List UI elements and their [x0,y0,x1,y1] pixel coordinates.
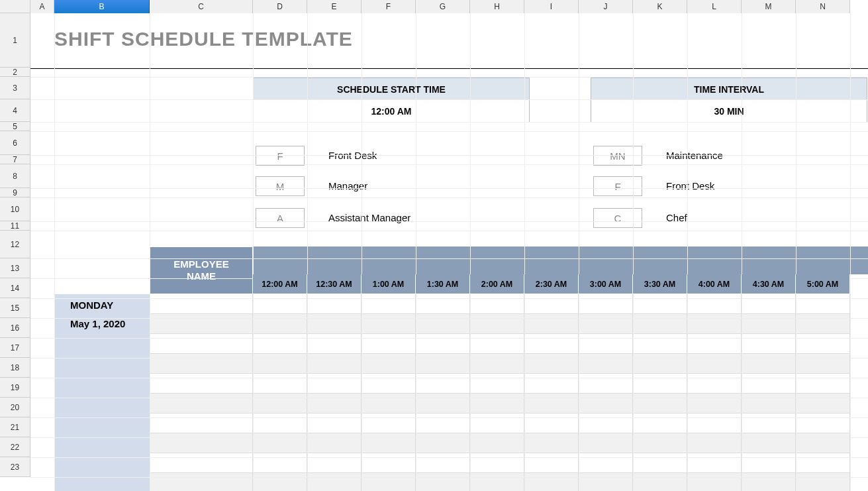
row-header[interactable]: 13 [0,258,30,278]
schedule-cell[interactable] [470,394,524,413]
legend-code[interactable]: C [593,208,642,228]
legend-code[interactable]: MN [593,146,642,166]
schedule-cell[interactable] [524,413,579,433]
schedule-cell[interactable] [687,453,742,473]
row-header[interactable]: 15 [0,298,30,318]
column-header[interactable]: B [54,0,150,13]
schedule-cell[interactable] [253,334,307,354]
schedule-cell[interactable] [796,374,850,394]
schedule-cell[interactable] [307,334,362,354]
column-header[interactable]: L [687,0,742,13]
schedule-cell[interactable] [253,394,307,413]
column-header[interactable]: H [470,0,524,13]
schedule-cell[interactable] [307,394,362,413]
schedule-cell[interactable] [253,473,307,491]
schedule-cell[interactable] [796,394,850,413]
column-header[interactable]: K [633,0,687,13]
schedule-start-value[interactable]: 12:00 AM [253,100,530,123]
schedule-cell[interactable] [307,314,362,334]
schedule-cell[interactable] [579,473,633,491]
schedule-cell[interactable] [633,453,687,473]
time-interval-value[interactable]: 30 MIN [591,100,867,123]
row-header[interactable]: 20 [0,398,30,417]
schedule-cell[interactable] [796,294,850,314]
schedule-cell[interactable] [470,314,524,334]
schedule-cell[interactable] [416,294,470,314]
column-header[interactable]: A [30,0,54,13]
legend-code[interactable]: A [256,208,305,228]
schedule-cell[interactable] [416,413,470,433]
row-header[interactable]: 6 [0,131,30,155]
column-header[interactable]: N [796,0,850,13]
schedule-cell[interactable] [470,374,524,394]
schedule-cell[interactable] [742,294,796,314]
row-header[interactable]: 12 [0,231,30,258]
schedule-cell[interactable] [416,354,470,374]
schedule-cell[interactable] [687,334,742,354]
schedule-cell[interactable] [742,354,796,374]
schedule-cell[interactable] [579,294,633,314]
row-header[interactable]: 2 [0,68,30,77]
legend-code[interactable]: F [256,146,305,166]
schedule-cell[interactable] [416,394,470,413]
employee-name-cell[interactable] [150,314,253,334]
schedule-cell[interactable] [307,374,362,394]
schedule-cell[interactable] [796,314,850,334]
schedule-cell[interactable] [579,394,633,413]
schedule-cell[interactable] [742,374,796,394]
column-header[interactable]: M [742,0,796,13]
schedule-cell[interactable] [416,453,470,473]
schedule-cell[interactable] [633,374,687,394]
schedule-cell[interactable] [687,314,742,334]
row-header[interactable]: 5 [0,122,30,131]
employee-name-cell[interactable] [150,374,253,394]
schedule-cell[interactable] [579,433,633,453]
schedule-cell[interactable] [524,314,579,334]
schedule-cell[interactable] [687,354,742,374]
schedule-cell[interactable] [579,453,633,473]
schedule-cell[interactable] [416,334,470,354]
schedule-cell[interactable] [362,294,416,314]
schedule-cell[interactable] [687,374,742,394]
schedule-cell[interactable] [524,453,579,473]
schedule-cell[interactable] [307,433,362,453]
schedule-cell[interactable] [253,354,307,374]
schedule-cell[interactable] [362,394,416,413]
schedule-cell[interactable] [307,413,362,433]
row-header[interactable]: 19 [0,378,30,398]
row-header[interactable]: 8 [0,164,30,188]
schedule-cell[interactable] [796,354,850,374]
schedule-cell[interactable] [362,354,416,374]
schedule-cell[interactable] [687,473,742,491]
schedule-cell[interactable] [633,394,687,413]
schedule-cell[interactable] [633,354,687,374]
schedule-cell[interactable] [362,374,416,394]
schedule-cell[interactable] [253,413,307,433]
schedule-cell[interactable] [470,433,524,453]
column-header[interactable]: C [150,0,253,13]
schedule-cell[interactable] [524,374,579,394]
column-header[interactable]: D [253,0,307,13]
schedule-cell[interactable] [470,453,524,473]
schedule-cell[interactable] [579,354,633,374]
schedule-cell[interactable] [470,334,524,354]
row-header[interactable]: 23 [0,457,30,477]
schedule-cell[interactable] [742,334,796,354]
schedule-cell[interactable] [687,413,742,433]
schedule-cell[interactable] [796,433,850,453]
row-header[interactable]: 11 [0,221,30,231]
employee-name-cell[interactable] [150,354,253,374]
schedule-cell[interactable] [742,394,796,413]
schedule-cell[interactable] [524,294,579,314]
schedule-cell[interactable] [253,453,307,473]
employee-name-cell[interactable] [150,453,253,473]
schedule-cell[interactable] [796,473,850,491]
schedule-cell[interactable] [579,374,633,394]
schedule-cell[interactable] [253,374,307,394]
legend-code[interactable]: M [256,176,305,196]
schedule-cell[interactable] [524,473,579,491]
schedule-cell[interactable] [579,413,633,433]
schedule-cell[interactable] [633,294,687,314]
row-header[interactable]: 14 [0,278,30,298]
schedule-body[interactable] [150,294,868,491]
